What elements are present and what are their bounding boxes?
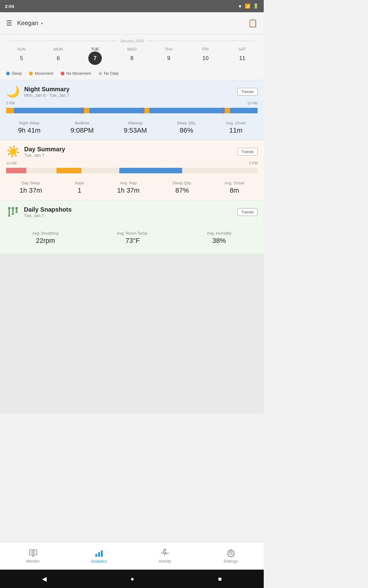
svg-rect-14: [95, 554, 97, 557]
status-icons: ▼ 📶 🔋: [238, 3, 259, 9]
nav-analytics[interactable]: Analytics: [66, 548, 132, 564]
nomovement-dot: [61, 72, 64, 75]
day-stat-onset: Avg. Onset 8m: [224, 181, 244, 194]
night-stat-onset: Avg. Onset 11m: [226, 121, 246, 134]
day-sun-number: 5: [15, 51, 28, 65]
night-timeline-area: 5 PM 10 AM: [0, 101, 264, 115]
svg-rect-8: [15, 212, 18, 213]
nav-settings-label: Settings: [224, 559, 238, 564]
nav-monitor-label: Monitor: [26, 559, 40, 564]
day-wed-number: 8: [125, 51, 139, 65]
night-timeline-track: [6, 108, 258, 113]
day-timeline-track: [6, 168, 258, 173]
monitor-icon: [29, 548, 38, 558]
day-sat-name: SAT: [239, 47, 246, 51]
snapshots-date: Tue, Jan 7: [24, 213, 72, 218]
snapshots-trends-button[interactable]: Trends: [237, 208, 258, 216]
legend-nomovement-label: No Movement: [66, 71, 91, 76]
legend-sleep: Sleep: [6, 71, 22, 76]
day-stat-avgnap-value: 1h 37m: [117, 187, 140, 194]
day-mon[interactable]: MON 6: [43, 47, 74, 65]
user-selector[interactable]: Keegan ▾: [17, 20, 43, 27]
legend-nomovement: No Movement: [61, 71, 91, 76]
night-seg-blue3: [149, 108, 225, 113]
day-wed-name: WED: [127, 47, 136, 51]
day-seg-blue1: [119, 168, 182, 173]
night-seg-orange2: [84, 108, 89, 113]
day-stat-naps: Naps 1: [75, 181, 84, 194]
night-timeline-labels: 5 PM 10 AM: [6, 101, 258, 105]
day-timeline-end: 5 PM: [249, 161, 258, 165]
legend-movement-label: Movement: [35, 71, 53, 76]
svg-point-1: [12, 207, 14, 209]
day-trends-button[interactable]: Trends: [237, 148, 258, 156]
user-name: Keegan: [17, 20, 38, 27]
day-tue-name: TUE: [91, 47, 99, 51]
day-sun[interactable]: SUN 5: [6, 47, 37, 65]
svg-point-17: [164, 549, 166, 551]
android-back-button[interactable]: ◀: [42, 575, 47, 582]
day-tue[interactable]: TUE 7: [80, 47, 110, 65]
night-stat-quality-label: Sleep Qlty.: [177, 121, 196, 125]
night-tick1: [82, 107, 82, 114]
day-stat-naps-label: Naps: [75, 181, 84, 185]
legend-sleep-label: Sleep: [12, 71, 22, 76]
night-summary-header: 🌙 Night Summary Mon, Jan 6 - Tue, Jan 7 …: [0, 80, 264, 101]
night-trends-button[interactable]: Trends: [237, 88, 258, 96]
day-stat-onset-value: 8m: [224, 187, 244, 194]
movement-dot: [29, 72, 33, 75]
day-timeline-start: 10 AM: [6, 161, 17, 165]
night-stat-wakeup-value: 9:53AM: [124, 126, 147, 134]
day-summary-header: ☀️ Day Summary Tue, Jan 7 Trends: [0, 140, 264, 161]
top-bar: ☰ Keegan ▾ 📋: [0, 12, 264, 34]
android-recent-button[interactable]: ■: [218, 575, 222, 582]
day-sat[interactable]: SAT 11: [227, 47, 258, 65]
day-stat-naps-value: 1: [75, 187, 84, 194]
snapshot-stat-humidity-value: 38%: [207, 237, 232, 245]
legend-nodata: No Data: [98, 71, 119, 76]
day-thu-number: 9: [162, 51, 175, 65]
bottom-nav: Monitor Analytics Activity Settings: [0, 542, 264, 570]
nav-activity-label: Activity: [159, 559, 171, 564]
day-sat-number: 11: [236, 51, 249, 65]
night-stat-wakeup-label: Wakeup: [124, 121, 147, 125]
day-stat-quality-label: Sleep Qlty.: [172, 181, 192, 185]
calendar-button[interactable]: 📋: [248, 18, 258, 28]
nav-activity[interactable]: Activity: [132, 548, 198, 564]
settings-icon: [226, 548, 236, 558]
snapshot-stat-breathing-label: Avg. Breathing: [32, 231, 58, 236]
snapshot-stat-temp: Avg. Room Temp. 73°F: [117, 231, 148, 245]
night-stat-sleep-label: Night Sleep: [18, 121, 40, 125]
night-icon: 🌙: [6, 85, 20, 98]
night-seg-blue2: [89, 108, 144, 113]
day-thu-name: THU: [165, 47, 173, 51]
daily-snapshots-card: Daily Snapshots Tue, Jan 7 Trends Avg. B…: [0, 200, 264, 254]
night-seg-orange1: [6, 108, 14, 113]
legend: Sleep Movement No Movement No Data: [0, 68, 264, 80]
menu-button[interactable]: ☰: [6, 19, 12, 27]
signal-icon: 📶: [245, 3, 251, 9]
snapshots-title-block: Daily Snapshots Tue, Jan 7: [24, 206, 72, 218]
day-seg-pink1: [6, 168, 26, 173]
day-tue-number: 7: [88, 51, 102, 65]
svg-rect-15: [98, 552, 100, 557]
activity-icon: [160, 548, 170, 558]
svg-rect-16: [101, 550, 103, 557]
android-nav-bar: ◀ ● ■: [0, 570, 264, 588]
day-timeline-labels: 10 AM 5 PM: [6, 161, 258, 165]
day-wed[interactable]: WED 8: [117, 47, 147, 65]
night-timeline-start: 5 PM: [6, 101, 15, 105]
nav-monitor[interactable]: Monitor: [0, 548, 66, 564]
day-icon: ☀️: [6, 145, 20, 158]
nav-analytics-label: Analytics: [91, 559, 107, 564]
day-stat-quality-value: 87%: [172, 187, 192, 194]
android-home-button[interactable]: ●: [130, 575, 134, 582]
night-summary-title: Night Summary: [24, 86, 70, 93]
day-thu[interactable]: THU 9: [153, 47, 184, 65]
night-stat-sleep: Night Sleep 9h 41m: [18, 121, 40, 134]
night-stat-bedtime: Bedtime 9:08PM: [71, 121, 94, 134]
nav-settings[interactable]: Settings: [198, 548, 264, 564]
night-stat-bedtime-label: Bedtime: [71, 121, 94, 125]
day-fri[interactable]: FRI 10: [190, 47, 221, 65]
snapshot-stat-humidity: Avg. Humidity 38%: [207, 231, 232, 245]
